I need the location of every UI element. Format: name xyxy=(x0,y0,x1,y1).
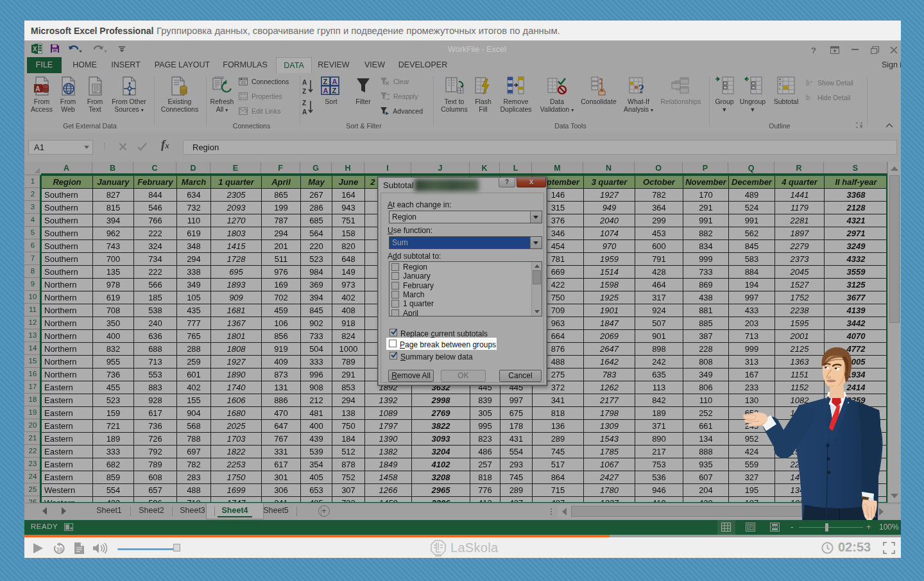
svg-text:A: A xyxy=(302,108,307,116)
svg-text:10: 10 xyxy=(56,546,63,553)
svg-text:Z: Z xyxy=(323,78,328,85)
svg-text:X: X xyxy=(33,46,37,53)
svg-text:A: A xyxy=(332,78,338,85)
svg-text:A: A xyxy=(35,85,40,92)
svg-text:Z: Z xyxy=(302,100,306,107)
svg-text:A: A xyxy=(302,79,307,86)
svg-text:-: - xyxy=(810,94,812,100)
svg-text:Z: Z xyxy=(332,87,337,94)
svg-text:A: A xyxy=(323,87,329,94)
svg-text:?: ? xyxy=(638,83,644,96)
svg-text:Z: Z xyxy=(302,88,306,95)
svg-text:+: + xyxy=(810,80,813,85)
